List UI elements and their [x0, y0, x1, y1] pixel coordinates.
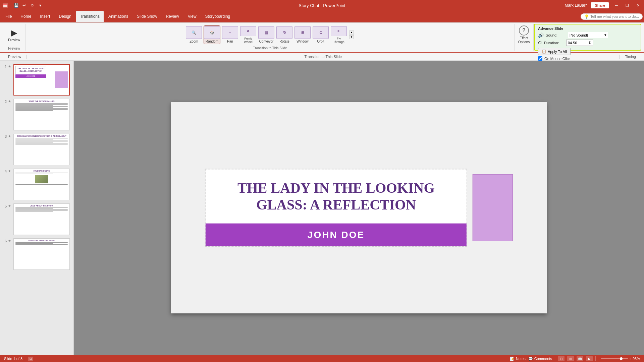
slide-thumb-5: LIKED ABOUT THE STORY — [13, 203, 70, 235]
sub-ribbon-transition-label: Transition to This Slide — [27, 55, 620, 59]
zoom-out-button[interactable]: - — [598, 357, 600, 361]
transition-conveyor[interactable]: ▤ Conveyor — [258, 25, 275, 44]
rotate-label: Rotate — [279, 40, 289, 43]
slide-item-4[interactable]: 4 ★ FAVORITE QUOTE — [1, 168, 72, 201]
slide3-line7 — [15, 144, 68, 144]
ferris-wheel-icon: ⊕ — [240, 26, 256, 36]
slide1-thumb-title: THE LADY IN THE LOOKING GLASS: A REFLECT… — [15, 66, 46, 74]
slide4-title: FAVORITE QUOTE — [15, 170, 68, 172]
advance-slide-label: Advance Slide — [538, 26, 637, 31]
slide2-line6 — [15, 108, 68, 109]
preview-button[interactable]: ▶ Preview — [5, 24, 23, 45]
random-label: Random — [206, 40, 218, 43]
slide-info: Slide 1 of 8 — [4, 357, 22, 361]
sound-select[interactable]: [No Sound] ▾ — [568, 32, 608, 38]
transition-fly-through[interactable]: ✈ Fly Through — [330, 25, 347, 44]
preview-items: ▶ Preview — [5, 24, 23, 45]
zoom-value: 93% — [633, 357, 640, 361]
slide-purple-box[interactable] — [473, 174, 513, 241]
slide4-image — [35, 175, 48, 183]
zoom-in-button[interactable]: + — [629, 357, 631, 361]
app-icon — [3, 3, 8, 8]
slideshow-button[interactable]: ▶ — [586, 356, 593, 361]
undo-button[interactable]: ↩ — [21, 2, 28, 9]
slide-star-2: ★ — [8, 99, 12, 103]
notes-button[interactable]: 📝 Notes — [510, 357, 526, 361]
tab-design[interactable]: Design — [55, 11, 75, 22]
slide2-line3 — [15, 105, 53, 106]
transition-rotate[interactable]: ↻ Rotate — [276, 25, 293, 44]
tab-storyboarding[interactable]: Storyboarding — [201, 11, 234, 22]
restore-button[interactable]: ❐ — [624, 2, 631, 9]
duration-input[interactable]: 04.50 ⬍ — [566, 40, 593, 46]
transitions-items: 🔍 Zoom 🎲 Random ↔ Pan ⊕ Ferris Wheel ▤ C… — [185, 24, 355, 45]
status-separator-2 — [595, 356, 596, 361]
transition-orbit[interactable]: ⊙ Orbit — [312, 25, 329, 44]
slide5-line5 — [15, 212, 53, 212]
slide-item-6[interactable]: 6 ★ DIDN'T LIKE ABOUT THE STORY — [1, 238, 72, 270]
slide-item-3[interactable]: 3 ★ COMMON LIFE PROBLEMS THE AUTHOR IS W… — [1, 133, 72, 166]
slide-sorter-button[interactable]: ⊞ — [567, 356, 574, 361]
tab-file[interactable]: File — [1, 11, 16, 22]
duration-row: ⏱ Duration: 04.50 ⬍ — [538, 40, 637, 46]
orbit-icon: ⊙ — [313, 26, 329, 39]
slide-thumb-1-content: THE LADY IN THE LOOKING GLASS: A REFLECT… — [14, 65, 69, 95]
tab-animations[interactable]: Animations — [104, 11, 132, 22]
slide4-line1 — [15, 173, 68, 173]
transition-zoom[interactable]: 🔍 Zoom — [185, 25, 202, 44]
slide2-line4 — [15, 106, 68, 107]
tab-review[interactable]: Review — [162, 11, 183, 22]
share-button[interactable]: Share — [591, 2, 609, 8]
sound-value: [No Sound] — [570, 33, 588, 37]
apply-all-button[interactable]: 📋 Apply To All — [538, 48, 571, 55]
status-separator — [555, 356, 555, 361]
transition-to-slide-label: Transition to This Slide — [253, 45, 287, 50]
tab-transitions[interactable]: Transitions — [76, 11, 104, 22]
scroll-up-button[interactable]: ▲ — [349, 31, 354, 35]
transition-pan[interactable]: ↔ Pan — [222, 25, 238, 44]
slide-canvas: THE LADY IN THE LOOKING GLASS: A REFLECT… — [171, 102, 547, 313]
slide5-line3 — [15, 209, 68, 210]
sound-icon: 🔊 — [538, 33, 544, 38]
title-bar-left: 💾 ↩ ↺ ▾ — [3, 2, 46, 9]
tab-insert[interactable]: Insert — [36, 11, 54, 22]
minimize-button[interactable]: ─ — [613, 2, 620, 9]
normal-view-button[interactable]: ⊡ — [558, 356, 565, 361]
slide2-title: WHAT THE AUTHOR VALUES — [15, 100, 68, 102]
slide-item-1[interactable]: 1 ★ THE LADY IN THE LOOKING GLASS: A REF… — [1, 63, 72, 96]
comments-button[interactable]: 💬 Comments — [528, 357, 552, 361]
tell-me-input[interactable]: 💡 Tell me what you want to do... — [581, 13, 643, 20]
reading-view-button[interactable]: 📖 — [577, 356, 583, 361]
transition-ferris-wheel[interactable]: ⊕ Ferris Wheel — [240, 25, 257, 44]
slide4-line3 — [15, 184, 68, 185]
tab-view[interactable]: View — [184, 11, 201, 22]
effect-options-items: ? EffectOptions — [517, 24, 531, 45]
scroll-down-button[interactable]: ▼ — [349, 35, 354, 39]
preview-icon: ▶ — [11, 28, 17, 38]
slide-star-6: ★ — [8, 238, 12, 243]
conveyor-icon: ▤ — [258, 26, 274, 39]
transition-random[interactable]: 🎲 Random — [204, 25, 220, 44]
tab-home[interactable]: Home — [16, 11, 35, 22]
window-icon: ⊞ — [294, 26, 311, 39]
notes-label: Notes — [516, 357, 526, 361]
effect-options-button[interactable]: ? EffectOptions — [517, 24, 531, 45]
ribbon-group-effect-options: ? EffectOptions — [515, 24, 534, 51]
zoom-label: Zoom — [190, 40, 198, 43]
save-button[interactable]: 💾 — [13, 2, 19, 9]
ribbon-tabs: File Home Insert Design Transitions Anim… — [0, 11, 644, 22]
slide-star-3: ★ — [8, 134, 12, 138]
status-right: 📝 Notes 💬 Comments ⊡ ⊞ 📖 ▶ - + 93% — [510, 356, 640, 361]
transition-window[interactable]: ⊞ Window — [294, 25, 311, 44]
slide-item-5[interactable]: 5 ★ LIKED ABOUT THE STORY — [1, 203, 72, 236]
tab-slideshow[interactable]: Slide Show — [133, 11, 161, 22]
quick-access-toolbar: 💾 ↩ ↺ ▾ — [10, 2, 46, 9]
slide-item-2[interactable]: 2 ★ WHAT THE AUTHOR VALUES — [1, 98, 72, 131]
duration-value: 04.50 — [568, 41, 577, 45]
redo-button[interactable]: ↺ — [29, 2, 36, 9]
customize-qat-button[interactable]: ▾ — [37, 2, 44, 9]
zoom-slider[interactable] — [601, 358, 628, 359]
slide2-line1 — [15, 103, 68, 104]
close-button[interactable]: ✕ — [635, 2, 641, 9]
slide-title-block[interactable]: THE LADY IN THE LOOKING GLASS: A REFLECT… — [205, 169, 467, 247]
